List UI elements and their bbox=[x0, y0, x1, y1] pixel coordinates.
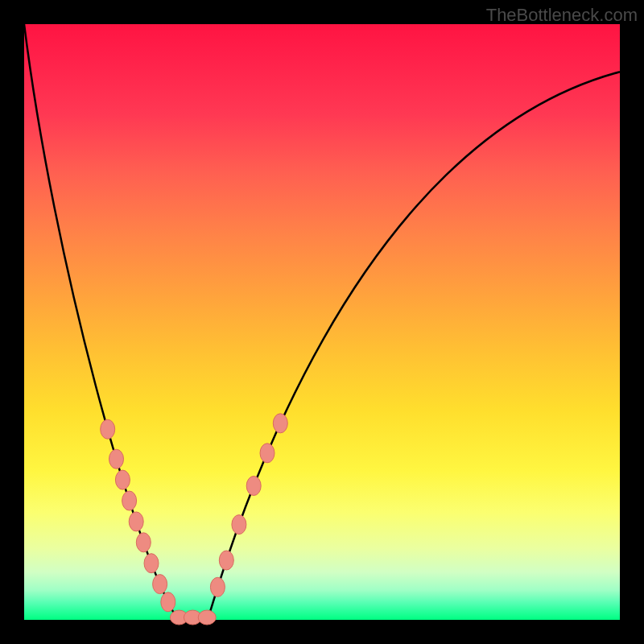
bead-right-5 bbox=[210, 577, 225, 597]
bead-left-0 bbox=[101, 419, 115, 439]
bead-right-4 bbox=[219, 551, 233, 570]
bead-left-6 bbox=[144, 554, 159, 573]
bead-left-1 bbox=[109, 449, 124, 469]
bead-right-1 bbox=[260, 444, 275, 463]
bead-right-0 bbox=[273, 414, 287, 433]
curve-layer bbox=[24, 24, 620, 620]
bead-bottom-2 bbox=[198, 610, 216, 625]
bead-left-5 bbox=[136, 533, 151, 552]
plot-area bbox=[24, 24, 620, 620]
bead-left-4 bbox=[129, 512, 143, 531]
watermark-text: TheBottleneck.com bbox=[486, 5, 638, 26]
bead-left-3 bbox=[122, 491, 137, 510]
chart-frame: TheBottleneck.com bbox=[0, 0, 644, 644]
bead-right-2 bbox=[246, 477, 261, 496]
bead-left-2 bbox=[115, 470, 130, 489]
bead-right-3 bbox=[232, 515, 246, 535]
bead-left-7 bbox=[153, 575, 167, 594]
bead-left-8 bbox=[161, 592, 175, 612]
bottleneck-curve bbox=[24, 24, 620, 620]
